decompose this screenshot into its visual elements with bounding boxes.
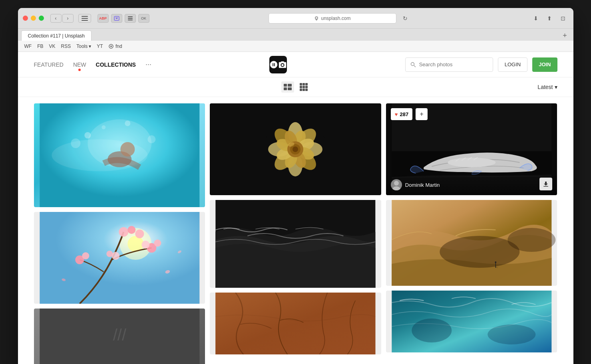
view-toggle [281,81,310,93]
sidebar-button[interactable] [78,14,91,23]
svg-point-10 [411,62,414,65]
new-tab-button[interactable]: + [560,30,570,41]
share-button[interactable]: ⬆ [544,14,555,23]
view-controls: Latest ▾ [18,77,573,97]
download-photo-button[interactable] [539,178,552,190]
back-button[interactable]: ‹ [50,14,62,23]
close-button[interactable] [23,16,28,21]
page-content: FEATURED NEW COLLECTIONS ··· [18,52,573,364]
photo-dunes[interactable] [386,200,557,286]
ok-ext[interactable]: OK [138,14,149,23]
photo-ocean[interactable] [210,200,381,288]
svg-rect-18 [305,83,308,85]
svg-point-45 [82,252,89,259]
buffer-ext[interactable] [125,14,136,23]
site-nav: FEATURED NEW COLLECTIONS ··· [34,60,151,69]
svg-rect-2 [82,20,88,21]
shoe-top-actions: ♥ 287 + [391,108,428,120]
svg-point-84 [392,186,400,190]
svg-point-93 [412,318,452,342]
nav-featured[interactable]: FEATURED [34,61,64,68]
like-badge[interactable]: ♥ 287 [391,108,412,120]
photo-shoe[interactable]: ♥ 287 + Dominik Martin [386,103,557,195]
nav-more[interactable]: ··· [145,60,151,69]
login-button[interactable]: LOGIN [498,57,527,72]
add-to-collection-button[interactable]: + [416,108,428,120]
svg-point-46 [111,252,119,260]
header-right: LOGIN JOIN [405,57,557,72]
svg-rect-92 [392,291,551,352]
bookmark-yt[interactable]: YT [97,44,103,49]
nav-new[interactable]: NEW [73,61,86,68]
svg-line-11 [414,65,416,67]
photo-cracked[interactable] [210,293,381,354]
photo-column-1: /// [34,103,205,364]
svg-rect-19 [300,86,302,88]
new-indicator [78,69,81,71]
titlebar: ‹ › ABP OK unsplash.com ↻ [18,8,573,29]
heart-icon: ♥ [395,111,398,117]
traffic-lights [23,16,44,21]
svg-rect-85 [543,186,548,187]
logo-area [151,56,405,73]
svg-point-29 [101,125,105,129]
photographer-avatar [391,179,402,190]
like-count: 287 [400,111,409,117]
svg-point-30 [71,138,80,148]
svg-rect-17 [302,83,305,85]
join-button[interactable]: JOIN [532,57,557,72]
photographer-info[interactable]: Dominik Martin [391,179,440,190]
bookmark-fnd[interactable]: fnd [109,44,122,49]
photo-extra-col1[interactable]: /// [34,309,205,364]
svg-rect-14 [284,87,287,90]
svg-rect-23 [302,89,305,91]
photo-water-aerial[interactable] [386,291,557,352]
svg-point-28 [84,132,91,138]
rose-svg [263,117,327,181]
active-tab[interactable]: Collection #117 | Unsplash [21,30,92,41]
grid-view-button[interactable] [297,81,310,93]
photo-rose[interactable] [210,103,381,195]
tab-bar: Collection #117 | Unsplash + [18,29,573,41]
bookmark-rss[interactable]: RSS [61,44,71,49]
shoe-bottom-overlay: Dominik Martin [386,173,557,195]
download-button[interactable]: ⬇ [530,14,541,23]
bookmark-vk[interactable]: VK [49,44,56,49]
photo-column-3: ♥ 287 + Dominik Martin [386,103,557,364]
photographer-name: Dominik Martin [405,182,440,188]
site-header: FEATURED NEW COLLECTIONS ··· [18,52,573,77]
list-view-button[interactable] [281,81,294,93]
url-bar[interactable]: unsplash.com [269,13,396,24]
reload-button[interactable]: ↻ [400,14,411,23]
reader-button[interactable]: ⊡ [557,14,569,23]
search-icon [410,62,416,67]
maximize-button[interactable] [39,16,44,21]
svg-point-38 [119,227,128,237]
svg-point-8 [110,46,112,47]
sort-control[interactable]: Latest ▾ [537,84,557,90]
svg-rect-13 [288,84,292,87]
bookmark-wf[interactable]: WF [24,44,32,49]
nav-collections[interactable]: COLLECTIONS [96,61,136,68]
svg-point-34 [120,142,135,156]
svg-point-43 [141,241,149,249]
svg-point-39 [127,226,135,234]
tab-label: Collection #117 | Unsplash [28,33,85,39]
photo-grid: /// [18,97,573,364]
bookmark-fb[interactable]: FB [37,44,43,49]
search-bar[interactable] [405,57,493,72]
svg-point-90 [495,261,496,263]
minimize-button[interactable] [31,16,36,21]
logo[interactable] [269,56,287,73]
svg-point-73 [293,146,298,152]
bookmark-tools[interactable]: Tools ▾ [76,44,91,49]
photo-cherry-blossom[interactable] [34,212,205,304]
url-text: unsplash.com [321,16,350,21]
search-input[interactable] [419,61,488,67]
svg-rect-15 [288,87,292,90]
photo-swimmer[interactable] [34,103,205,207]
photo-column-2 [210,103,381,364]
forward-button[interactable]: › [62,14,74,23]
pocket-ext[interactable] [111,14,122,23]
adblock-ext[interactable]: ABP [98,14,109,23]
